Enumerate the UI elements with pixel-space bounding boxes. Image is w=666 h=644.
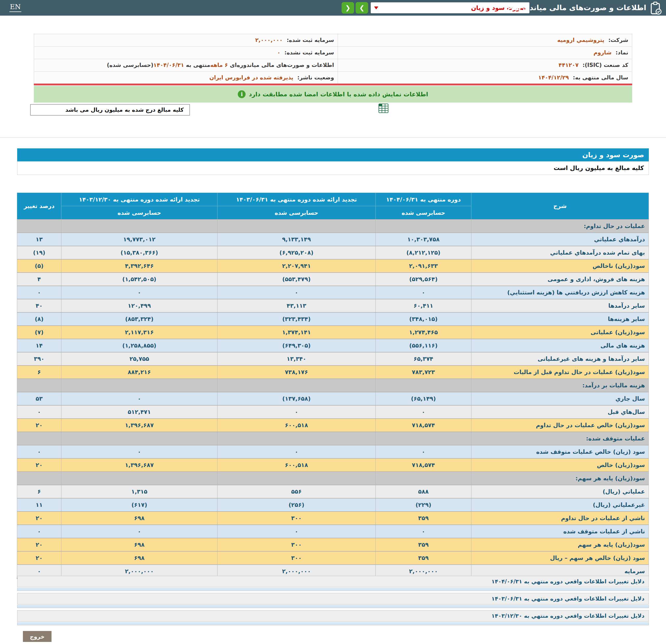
accordion-collapsed-strip	[17, 622, 649, 625]
footer-links: دلايل تغييرات اطلاعات واقعي دوره منتهي ب…	[17, 576, 649, 627]
statement-title-band: صورت سود و زیان	[17, 148, 649, 162]
change-reasons-link-text: دلايل تغييرات اطلاعات واقعي دوره منتهي ب…	[491, 578, 649, 584]
value-current-period: (۵۵۶,۱۱۶)	[376, 339, 471, 352]
unregistered-capital-row: سرمایه ثبت نشده: ۰	[34, 47, 338, 59]
value-restated-1403-06: (۳۲۳,۴۳۴)	[217, 312, 376, 326]
row-label: هزينه کاهش ارزش دريافتني ها (هزينه استثن…	[471, 286, 649, 299]
row-label: سال جاري	[471, 392, 649, 405]
value-restated-1403-06: ۱,۳۷۴,۱۴۱	[217, 326, 376, 339]
value-percent-change	[17, 379, 62, 392]
row-label: سال‌هاي قبل	[471, 405, 649, 419]
value-current-period: ۶۰,۴۱۱	[376, 299, 471, 312]
row-label: سود(زيان) عملياتى	[471, 326, 649, 339]
value-percent-change: ۵۳	[17, 392, 62, 405]
chevron-left-icon: ❮	[345, 4, 350, 12]
value-restated-1403-12	[62, 379, 217, 392]
excel-export-icon[interactable]	[379, 104, 388, 113]
clipboard-check-icon	[649, 1, 662, 15]
change-reasons-accordion-bar[interactable]: دلايل تغييرات اطلاعات واقعي دوره منتهي ب…	[17, 593, 649, 605]
value-current-period: ۳۵۹	[376, 511, 471, 525]
value-restated-1403-12: (۱,۵۴۲,۵۰۵)	[62, 273, 217, 286]
value-restated-1403-06: ۶۰۰,۵۱۸	[217, 458, 376, 472]
report-type-select[interactable]: صورت سود و زیان	[371, 2, 529, 13]
row-label: سود(زيان) عمليات در حال تداوم قبل از مال…	[471, 366, 649, 379]
value-restated-1403-06: ۷۳۸,۱۷۶	[217, 366, 376, 379]
fiscal-year-end-label: سال مالی منتهی به:	[573, 74, 628, 81]
statement-data-row: ناشي از عمليات متوقف شده۰۰۰۰	[17, 525, 649, 538]
statement-data-row: هزينه هاى فروش، ادارى و عمومى(۵۲۹,۵۶۴)(۵…	[17, 273, 649, 286]
value-restated-1403-12: ۰	[62, 445, 217, 458]
value-restated-1403-12: ۶۹۸	[62, 551, 217, 565]
value-restated-1403-12: (۱۵,۳۸۰,۳۶۶)	[62, 246, 217, 259]
row-label: سود (زيان) خالص عمليات متوقف شده	[471, 445, 649, 458]
row-label: عملياتي (ريال)	[471, 485, 649, 498]
change-reasons-accordion-bar[interactable]: دلايل تغييرات اطلاعات واقعي دوره منتهي ب…	[17, 576, 649, 587]
value-current-period: ۷۸۳,۷۲۳	[376, 366, 471, 379]
value-percent-change: ۰	[17, 445, 62, 458]
report-period-length: ۶ ماهه	[210, 62, 228, 68]
row-label: ناشي از عمليات متوقف شده	[471, 525, 649, 538]
report-period-audit-note: (حسابرسی شده)	[107, 62, 154, 68]
value-restated-1403-12: ۲,۱۱۷,۳۱۶	[62, 326, 217, 339]
value-restated-1403-06: ۳۰۰	[217, 551, 376, 565]
value-current-period: (۶۵,۱۴۹)	[376, 392, 471, 405]
statement-table-header: شرح دوره منتهی به ۱۴۰۴/۰۶/۳۱ تجدید ارائه…	[17, 193, 649, 220]
row-label: ساير درآمدها	[471, 299, 649, 312]
value-restated-1403-12: ۶۹۸	[62, 538, 217, 551]
language-link-en[interactable]: EN	[10, 3, 21, 12]
statement-data-row: سود (زيان) خالص عمليات متوقف شده۰۰۰۰	[17, 445, 649, 458]
value-restated-1403-12: ۵۱۲,۴۷۱	[62, 405, 217, 419]
value-current-period: (۳۴۸,۰۱۵)	[376, 312, 471, 326]
value-percent-change	[17, 472, 62, 485]
next-statement-button[interactable]: ❯	[356, 2, 368, 14]
statement-data-row: سود(زيان) خالص عمليات در حال تداوم۷۱۸,۵۷…	[17, 419, 649, 432]
prev-statement-button[interactable]: ❮	[341, 2, 354, 14]
value-percent-change: ۲۰	[17, 551, 62, 565]
statement-table: شرح دوره منتهی به ۱۴۰۴/۰۶/۳۱ تجدید ارائه…	[17, 193, 649, 579]
row-label: ساير هزينه‌ها	[471, 312, 649, 326]
value-restated-1403-06	[217, 379, 376, 392]
value-current-period: ۱۰,۳۰۳,۷۵۸	[376, 233, 471, 246]
isic-code-value: ۴۴۱۲۰۷	[559, 62, 579, 68]
registered-capital-row: سرمایه ثبت شده: ۲,۰۰۰,۰۰۰	[34, 34, 338, 47]
value-current-period: ۰	[376, 405, 471, 419]
company-name-row: شرکت: پتروشیمي ارومیه	[338, 34, 632, 47]
value-restated-1403-12: ۰	[62, 525, 217, 538]
statement-data-row: سود(زيان) پايه هر سهم۳۵۹۳۰۰۶۹۸۲۰	[17, 538, 649, 551]
value-restated-1403-12: ۱۹,۷۷۳,۰۱۲	[62, 233, 217, 246]
company-info-card: شرکت: پتروشیمي ارومیه نماد: شاروم کد صنع…	[34, 34, 632, 84]
value-current-period: ۲,۰۹۱,۶۳۳	[376, 259, 471, 273]
value-restated-1403-12: ۰	[62, 286, 217, 299]
issuer-status-label: وضعیت ناشر:	[297, 74, 334, 81]
change-reasons-accordion-bar[interactable]: دلايل تغييرات اطلاعات واقعي دوره منتهي ب…	[17, 610, 649, 622]
value-restated-1403-12	[62, 432, 217, 445]
column-header-current-period: دوره منتهی به ۱۴۰۴/۰۶/۳۱	[376, 193, 471, 206]
value-current-period: (۵۲۹,۵۶۴)	[376, 273, 471, 286]
value-restated-1403-12: ۴,۳۹۲,۶۴۶	[62, 259, 217, 273]
value-restated-1403-06: (۶,۹۲۵,۲۰۸)	[217, 246, 376, 259]
row-label: عملیات در حال تداوم:	[471, 219, 649, 233]
amounts-note-text: کلیه مبالغ درج شده به میلیون ریال می باش…	[65, 105, 189, 115]
exit-button[interactable]: خروج	[23, 631, 52, 642]
registered-capital-value: ۲,۰۰۰,۰۰۰	[255, 37, 283, 43]
report-period-row: اطلاعات و صورت‌های مالی میاندوره‌ای ۶ ما…	[34, 59, 338, 72]
column-subheader-audited-3: حسابرسی شده	[62, 206, 217, 220]
report-period-date: ۱۴۰۴/۰۶/۳۱	[154, 62, 184, 68]
value-restated-1403-12: (۸۵۳,۳۲۴)	[62, 312, 217, 326]
value-restated-1403-12: ۱,۳۹۶,۶۸۷	[62, 458, 217, 472]
registered-capital-label: سرمایه ثبت شده:	[287, 37, 334, 43]
value-restated-1403-06: ۰	[217, 525, 376, 538]
unregistered-capital-value: ۰	[277, 49, 280, 56]
value-restated-1403-06: ۰	[217, 286, 376, 299]
row-label: ساير درآمدها و هزينه هاى غيرعملياتى	[471, 352, 649, 366]
accordion-collapsed-strip	[17, 588, 649, 591]
value-current-period: ۰	[376, 445, 471, 458]
ticker-symbol-value: شاروم	[594, 49, 612, 56]
statement-data-row: ناشي از عمليات در حال تداوم۳۵۹۳۰۰۶۹۸۲۰	[17, 511, 649, 525]
value-restated-1403-06: ۲,۲۰۷,۹۴۱	[217, 259, 376, 273]
statement-data-row: بهاى تمام شده درآمدهاي عملياتي(۸,۲۱۲,۱۲۵…	[17, 246, 649, 259]
accordion-collapsed-strip	[17, 605, 649, 608]
section-header-row: عملیات در حال تداوم:	[17, 219, 649, 233]
isic-code-row: کد صنعت (ISIC): ۴۴۱۲۰۷	[338, 59, 632, 72]
value-percent-change: ۰	[17, 525, 62, 538]
